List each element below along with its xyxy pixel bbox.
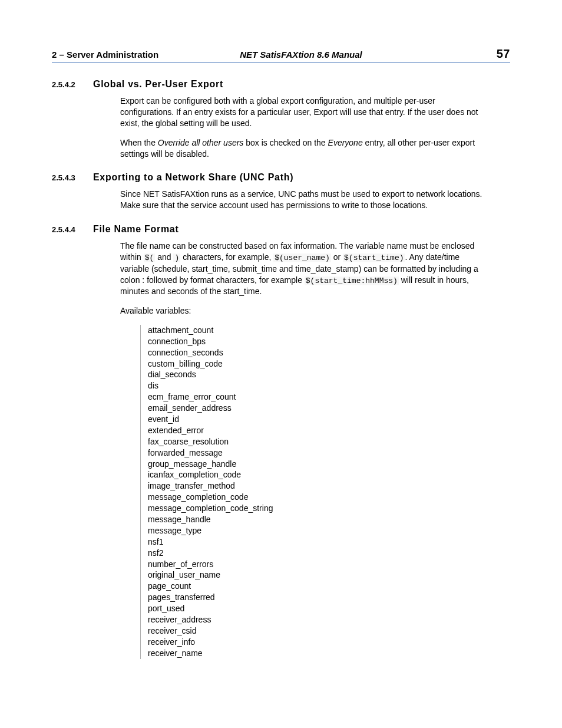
variable-item: extended_error [148,425,487,436]
section-number: 2.5.4.3 [52,173,93,182]
variable-item: fax_coarse_resolution [148,436,487,447]
section-number: 2.5.4.4 [52,225,93,234]
variable-item: pages_transferred [148,592,487,603]
paragraph: Since NET SatisFAXtion runs as a service… [120,189,487,211]
section-title: Global vs. Per-User Export [93,79,223,90]
section-heading: 2.5.4.2 Global vs. Per-User Export [52,79,510,90]
section-2-5-4-2: 2.5.4.2 Global vs. Per-User Export Expor… [52,79,510,159]
text: characters, for example, [180,252,273,262]
chapter-sep: – [57,50,67,60]
page-number: 57 [497,47,510,61]
section-body: Export can be configured both with a glo… [120,95,487,159]
section-2-5-4-4: 2.5.4.4 File Name Format The file name c… [52,224,510,658]
variable-item: page_count [148,581,487,592]
code-text: $( [144,253,156,262]
section-body: The file name can be constructed based o… [120,241,487,658]
variable-item: attachment_count [148,325,487,336]
variable-item: connection_seconds [148,347,487,358]
code-text: $(user_name) [273,253,331,262]
variable-item: number_of_errors [148,559,487,570]
code-text: $(start_time) [343,253,405,262]
variable-item: icanfax_completion_code [148,469,487,480]
text: box is checked on the [243,138,328,147]
text: or [331,252,343,262]
section-2-5-4-3: 2.5.4.3 Exporting to a Network Share (UN… [52,172,510,211]
variable-item: forwarded_message [148,447,487,459]
section-number: 2.5.4.2 [52,80,93,89]
variable-item: message_type [148,525,487,536]
italic-text: Everyone [328,138,363,147]
variable-item: message_completion_code [148,492,487,503]
variable-item: receiver_address [148,614,487,625]
section-body: Since NET SatisFAXtion runs as a service… [120,189,487,211]
manual-title: NET SatisFAXtion 8.6 Manual [105,50,497,60]
variable-item: group_message_handle [148,459,487,470]
variable-item: image_transfer_method [148,480,487,492]
section-title: Exporting to a Network Share (UNC Path) [93,172,293,183]
variable-item: receiver_csid [148,625,487,637]
paragraph: When the Override all other users box is… [120,137,487,160]
variable-item: email_sender_address [148,403,487,414]
page-header: 2 – Server Administration NET SatisFAXti… [52,47,510,62]
code-text: $(start_time:hhMMss) [305,276,399,285]
variable-item: dis [148,380,487,391]
variable-item: receiver_name [148,648,487,659]
variable-item: original_user_name [148,569,487,581]
variable-item: receiver_info [148,637,487,648]
variable-item: dial_seconds [148,369,487,380]
variable-item: ecm_frame_error_count [148,391,487,403]
variable-item: message_handle [148,514,487,525]
page: 2 – Server Administration NET SatisFAXti… [0,0,562,728]
italic-text: Override all other users [158,138,244,147]
text: When the [120,138,158,147]
section-title: File Name Format [93,224,178,235]
variable-item: custom_billing_code [148,358,487,370]
variable-item: event_id [148,414,487,425]
variable-item: port_used [148,603,487,614]
paragraph: Export can be configured both with a glo… [120,95,487,129]
paragraph: The file name can be constructed based o… [120,241,487,297]
variable-item: connection_bps [148,336,487,347]
variable-item: nsf2 [148,548,487,559]
text: and [155,252,173,262]
variable-item: nsf1 [148,536,487,548]
section-heading: 2.5.4.4 File Name Format [52,224,510,235]
variable-list: attachment_countconnection_bpsconnection… [140,325,487,659]
section-heading: 2.5.4.3 Exporting to a Network Share (UN… [52,172,510,183]
code-text: ) [173,253,180,262]
variable-item: message_completion_code_string [148,503,487,514]
paragraph: Available variables: [120,305,487,317]
